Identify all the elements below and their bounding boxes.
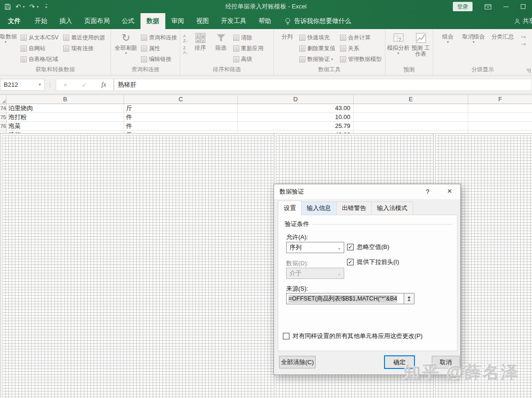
tab-input-message[interactable]: 输入信息 (301, 202, 337, 215)
checkbox-checked-icon[interactable]: ✓ (347, 244, 354, 250)
row-header-cell[interactable]: 75 (0, 113, 7, 122)
empty-cell[interactable] (468, 122, 532, 131)
edit-links-button[interactable]: 编辑链接 (140, 54, 180, 64)
unit-cell[interactable]: 件 (124, 113, 238, 122)
unit-cell[interactable]: 件 (124, 122, 238, 131)
tab-data[interactable]: 数据 (140, 13, 165, 29)
ribbon-display-options-icon[interactable] (485, 4, 491, 9)
login-button[interactable]: 登录 (453, 2, 473, 11)
ungroup-button[interactable]: 取消组合 ▾ (460, 31, 487, 44)
empty-cell[interactable] (354, 104, 468, 113)
redo-dropdown-icon[interactable]: ▾ (37, 5, 38, 9)
relationships-button[interactable]: 关系 (339, 44, 384, 53)
filter-button[interactable]: 筛选 (211, 31, 231, 51)
tab-insert[interactable]: 插入 (53, 13, 78, 29)
row-header-cell[interactable]: 76 (0, 122, 7, 131)
cancel-entry-icon[interactable]: × (63, 81, 67, 89)
tab-error-alert[interactable]: 出错警告 (336, 202, 372, 215)
text-to-columns-button[interactable]: 分列 (277, 31, 297, 40)
clear-all-button[interactable]: 全部清除(C) (279, 356, 316, 368)
price-cell[interactable]: 43.00 (238, 104, 354, 113)
apply-all-checkbox[interactable]: 对有同样设置的所有其他单元格应用这些更改(P) (283, 332, 422, 340)
show-detail-icon[interactable]: +≡ (520, 34, 526, 40)
what-if-analysis-button[interactable]: ? 模拟分析 ▾ (387, 31, 410, 55)
clear-filter-button[interactable]: 清除 (232, 33, 266, 43)
unit-cell[interactable]: 斤 (124, 104, 238, 113)
tell-me-search[interactable]: 告诉我你想要做什么 (285, 13, 351, 29)
tab-developer[interactable]: 开发工具 (215, 13, 252, 29)
maximize-button[interactable] (521, 4, 525, 9)
product-name-cell[interactable]: 泡打粉 (7, 113, 124, 122)
column-header-c[interactable]: C (124, 95, 238, 104)
sort-descending-icon[interactable]: ZA↓ (183, 45, 189, 55)
formula-input[interactable]: 熟猪肝 (114, 79, 532, 91)
tab-home[interactable]: 开始 (29, 13, 53, 29)
empty-cell[interactable] (354, 122, 468, 131)
tab-ime-mode[interactable]: 输入法模式 (371, 202, 413, 215)
undo-icon[interactable]: ↶ (15, 3, 21, 10)
flash-fill-button[interactable]: 快速填充 (298, 33, 338, 43)
refresh-all-button[interactable]: ↻ 全部刷新 ▾ (113, 31, 139, 55)
sort-button[interactable]: ZAAZ 排序 (190, 31, 211, 51)
column-header-e[interactable]: E (354, 95, 468, 104)
select-all-corner[interactable] (0, 95, 7, 104)
dialog-launcher-icon[interactable] (526, 69, 531, 73)
sort-ascending-icon[interactable]: AZ↓ (183, 33, 189, 44)
column-header-b[interactable]: B (7, 95, 124, 104)
from-text-csv-button[interactable]: 从文本/CSV (20, 33, 61, 43)
tab-review[interactable]: 审阅 (165, 13, 190, 29)
empty-cell[interactable] (468, 104, 532, 113)
close-icon[interactable]: × (445, 187, 454, 196)
product-name-cell[interactable]: 泊里烧肉 (7, 104, 124, 113)
in-cell-dropdown-checkbox[interactable]: ✓ 提供下拉箭头(I) (347, 258, 399, 266)
forecast-sheet-button[interactable]: 预测 工作表 (410, 31, 432, 57)
help-button[interactable]: ? (424, 188, 431, 195)
customize-quick-access-icon[interactable]: ▾ (45, 4, 47, 9)
chevron-down-icon[interactable]: ⌄ (335, 245, 344, 250)
recent-sources-button[interactable]: 最近使用的源 (62, 33, 108, 43)
row-header-cell[interactable]: 74 (0, 104, 7, 113)
checkbox-unchecked-icon[interactable] (283, 333, 289, 339)
confirm-entry-icon[interactable]: ✓ (81, 81, 87, 89)
from-web-button[interactable]: 自网站 (20, 44, 61, 53)
data-validation-button[interactable]: 数据验证▾ (298, 54, 338, 64)
checkbox-checked-icon[interactable]: ✓ (347, 259, 354, 265)
redo-icon[interactable]: ↷ (30, 3, 35, 10)
ignore-blank-checkbox[interactable]: ✓ 忽略空值(B) (347, 243, 389, 251)
name-box[interactable]: B212 ▼ (0, 79, 45, 91)
tab-help[interactable]: 帮助 (252, 13, 277, 29)
price-cell[interactable]: 10.00 (238, 113, 354, 122)
tab-settings[interactable]: 设置 (278, 201, 302, 215)
share-button[interactable]: 共享 (514, 13, 532, 29)
product-name-cell[interactable]: 泡菜 (7, 122, 124, 131)
from-table-range-button[interactable]: 自表格/区域 (20, 54, 61, 64)
tab-file[interactable]: 文件 (0, 13, 29, 29)
collapse-dialog-icon[interactable]: ↥ (404, 293, 414, 304)
advanced-filter-button[interactable]: 高级 (232, 54, 266, 64)
properties-button[interactable]: 属性 (140, 44, 180, 53)
tab-page-layout[interactable]: 页面布局 (78, 13, 116, 29)
get-data-button[interactable]: 获取数据 ▾ (0, 31, 19, 44)
cancel-button[interactable]: 取消 (432, 356, 460, 368)
column-header-d[interactable]: D (238, 95, 354, 104)
subtotal-button[interactable]: 分类汇总 (489, 31, 516, 40)
undo-dropdown-icon[interactable]: ▾ (23, 5, 25, 9)
manage-data-model-button[interactable]: 管理数据模型 (339, 54, 384, 64)
hide-detail-icon[interactable]: −≡ (520, 41, 526, 47)
source-input[interactable]: =OFFSET(商品列表!$B$1,MATCH("*"&B4 (286, 293, 404, 304)
save-icon[interactable] (5, 4, 11, 10)
group-button[interactable]: 组合 ▾ (437, 31, 458, 44)
insert-function-icon[interactable]: fx (102, 81, 106, 89)
ok-button[interactable]: 确定 (384, 355, 415, 369)
existing-connections-button[interactable]: 现有连接 (62, 44, 108, 53)
consolidate-button[interactable]: 合并计算 (339, 33, 384, 43)
empty-cell[interactable] (354, 113, 468, 122)
remove-duplicates-button[interactable]: 删除重复值 (298, 44, 338, 53)
minimize-button[interactable] (503, 7, 509, 7)
price-cell[interactable]: 25.79 (238, 122, 354, 131)
allow-dropdown[interactable]: 序列 ⌄ (286, 242, 344, 253)
chevron-down-icon[interactable]: ▼ (38, 83, 44, 87)
tab-view[interactable]: 视图 (190, 13, 215, 29)
empty-cell[interactable] (468, 113, 532, 122)
queries-connections-button[interactable]: 查询和连接 (140, 33, 180, 43)
